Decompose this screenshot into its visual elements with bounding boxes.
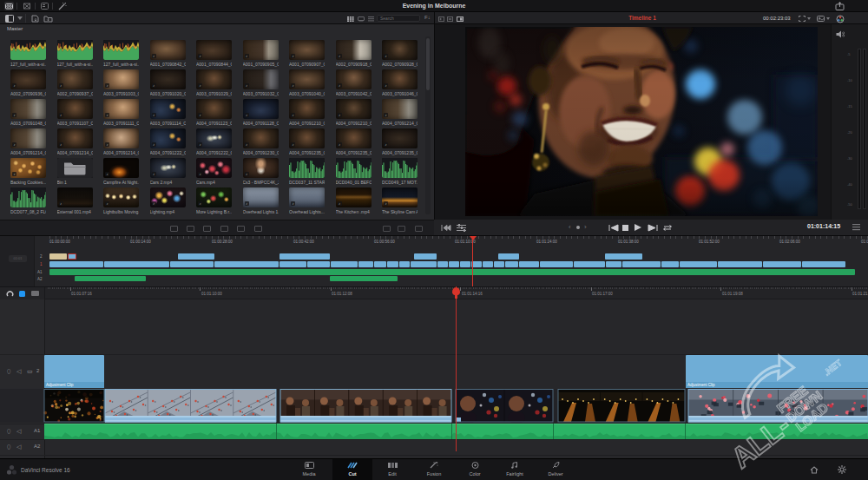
svg-text:.NET: .NET	[822, 358, 844, 378]
svg-text:ALL-: ALL-	[725, 409, 796, 474]
